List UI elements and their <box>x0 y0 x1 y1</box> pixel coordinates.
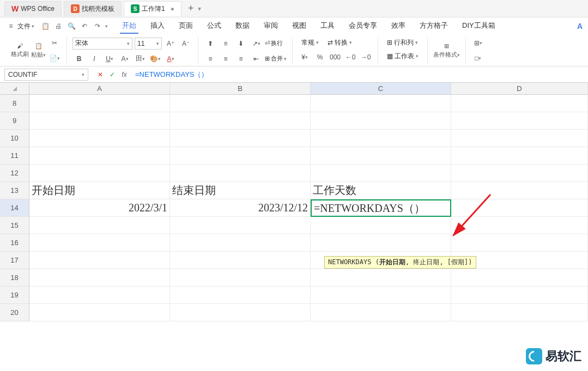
cell[interactable] <box>29 304 170 321</box>
tab-diy[interactable]: DIY工具箱 <box>460 19 498 34</box>
cell[interactable] <box>29 252 170 269</box>
indent-icon[interactable]: ⇤ <box>250 52 263 65</box>
cell[interactable] <box>170 95 311 112</box>
preview-icon[interactable]: 🔍 <box>66 21 77 32</box>
title-tab-wps[interactable]: W WPS Office <box>4 1 62 16</box>
cell[interactable] <box>170 147 311 165</box>
currency-icon[interactable]: ¥▾ <box>298 51 311 64</box>
rows-cols-button[interactable]: ⊞行和列▾ <box>384 37 421 48</box>
cell-B13[interactable]: 结束日期 <box>170 182 311 199</box>
cell[interactable] <box>29 165 170 182</box>
tab-view[interactable]: 视图 <box>290 19 308 34</box>
decrease-font-icon[interactable]: A⁻ <box>179 37 192 50</box>
cancel-icon[interactable]: ✕ <box>96 71 105 78</box>
cell[interactable] <box>170 252 311 269</box>
underline-icon[interactable]: U▾ <box>103 52 116 65</box>
cell[interactable] <box>29 234 170 252</box>
col-header[interactable]: C <box>311 83 451 95</box>
print-icon[interactable]: 🖨 <box>53 21 64 32</box>
align-center-icon[interactable]: ≡ <box>219 52 232 65</box>
align-middle-icon[interactable]: ≡ <box>219 37 232 50</box>
cell[interactable] <box>311 304 451 321</box>
number-format-select[interactable]: 常规 ▾ <box>298 37 322 48</box>
cell[interactable] <box>29 130 170 147</box>
align-right-icon[interactable]: ≡ <box>234 52 247 65</box>
col-header[interactable]: D <box>451 83 588 95</box>
cell-name-box[interactable]: COUNTIF ▾ <box>4 69 88 81</box>
row-header[interactable]: 16 <box>0 234 29 252</box>
tab-efficiency[interactable]: 效率 <box>389 19 408 34</box>
cell[interactable] <box>311 269 451 287</box>
row-header[interactable]: 19 <box>0 287 29 304</box>
tab-page[interactable]: 页面 <box>177 19 195 34</box>
merge-button[interactable]: ⊞合并▾ <box>265 54 287 63</box>
cell[interactable] <box>311 217 451 234</box>
cell[interactable] <box>311 165 451 182</box>
row-header[interactable]: 15 <box>0 217 29 234</box>
decimal-inc-icon[interactable]: →0 <box>359 51 372 64</box>
row-header[interactable]: 13 <box>0 182 29 199</box>
cell[interactable] <box>311 95 451 112</box>
fx-icon[interactable]: fx <box>120 71 129 78</box>
align-left-icon[interactable]: ≡ <box>204 52 217 65</box>
tab-formula[interactable]: 公式 <box>205 19 223 34</box>
cell[interactable] <box>29 217 170 234</box>
row-header[interactable]: 14 <box>0 199 29 217</box>
percent-icon[interactable]: % <box>313 51 326 64</box>
tab-insert[interactable]: 插入 <box>148 19 167 34</box>
wrap-button[interactable]: ⏎换行 <box>265 39 283 47</box>
col-header[interactable]: A <box>29 83 170 95</box>
tab-start[interactable]: 开始 <box>120 19 138 34</box>
new-tab-button[interactable]: + <box>188 3 194 14</box>
cell-C13[interactable]: 工作天数 <box>311 182 451 199</box>
comma-icon[interactable]: 000 <box>329 51 342 64</box>
cell[interactable] <box>170 304 311 321</box>
row-header[interactable]: 8 <box>0 95 29 112</box>
cell[interactable] <box>451 234 588 252</box>
cell[interactable] <box>170 287 311 304</box>
cell[interactable] <box>451 182 588 199</box>
cell-A13[interactable]: 开始日期 <box>29 182 170 199</box>
formula-input[interactable]: =NETWORKDAYS（） <box>132 68 588 81</box>
table-style-icon[interactable]: ⊞▾ <box>471 37 484 49</box>
redo-icon[interactable]: ↷ <box>92 21 103 32</box>
row-header[interactable]: 12 <box>0 165 29 182</box>
strikethrough-icon[interactable]: A▾ <box>118 52 131 65</box>
row-header[interactable]: 17 <box>0 252 29 269</box>
tab-tools[interactable]: 工具 <box>318 19 337 34</box>
cell[interactable] <box>451 112 588 130</box>
cell[interactable] <box>311 112 451 130</box>
col-header[interactable]: B <box>170 83 311 95</box>
select-all-corner[interactable] <box>0 83 29 95</box>
row-header[interactable]: 9 <box>0 112 29 130</box>
align-bottom-icon[interactable]: ⬇ <box>234 37 247 50</box>
row-header[interactable]: 10 <box>0 130 29 147</box>
cell[interactable] <box>451 217 588 234</box>
increase-font-icon[interactable]: A⁺ <box>164 37 177 50</box>
save-icon[interactable]: 📋 <box>40 21 51 32</box>
cell-C14-active[interactable]: =NETWORKDAYS（） <box>311 199 451 217</box>
fill-color-icon[interactable]: 🎨▾ <box>149 52 162 65</box>
paste-button[interactable]: 📋 粘贴▾ <box>31 42 46 59</box>
cell[interactable] <box>451 165 588 182</box>
align-top-icon[interactable]: ⬆ <box>204 37 217 50</box>
cell[interactable] <box>29 147 170 165</box>
cell[interactable] <box>170 165 311 182</box>
cell[interactable] <box>451 304 588 321</box>
cell[interactable] <box>451 269 588 287</box>
cell[interactable] <box>451 287 588 304</box>
cell[interactable] <box>170 217 311 234</box>
tab-member[interactable]: 会员专享 <box>347 19 379 34</box>
row-header[interactable]: 20 <box>0 304 29 321</box>
cell[interactable] <box>170 269 311 287</box>
cell[interactable] <box>311 130 451 147</box>
cond-format-button[interactable]: ⊞ 条件格式▾ <box>433 42 460 59</box>
cut-icon[interactable]: ✂ <box>48 37 61 50</box>
row-header[interactable]: 11 <box>0 147 29 165</box>
cell[interactable] <box>311 147 451 165</box>
cell[interactable] <box>451 147 588 165</box>
bold-icon[interactable]: B <box>72 52 86 65</box>
file-menu[interactable]: ≡ 文件 ▾ <box>5 21 34 32</box>
tab-review[interactable]: 审阅 <box>262 19 280 34</box>
worksheet-button[interactable]: ▦工作表▾ <box>384 51 422 62</box>
